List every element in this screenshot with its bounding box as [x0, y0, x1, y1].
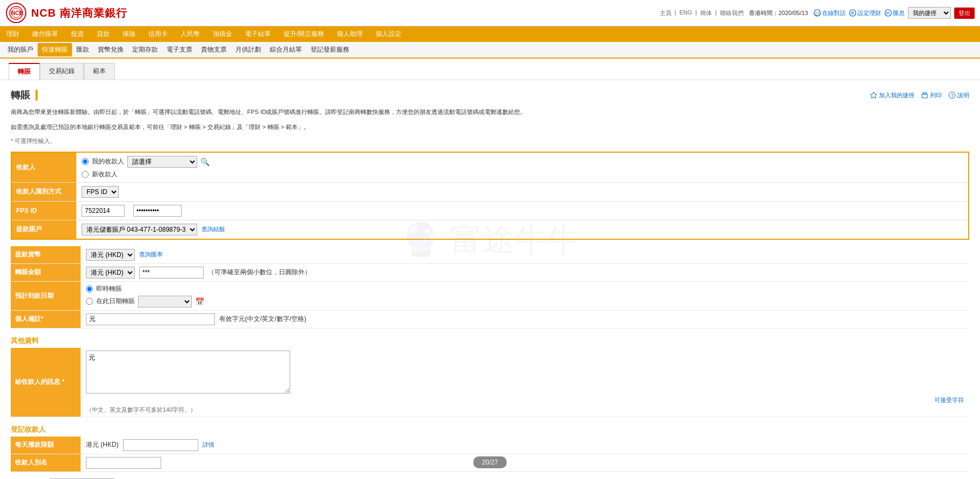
payee-row: 收款人 我的收款人 請選擇 🔍 新收款人 [12, 153, 968, 183]
nav-estatement[interactable]: 電子結單 [239, 26, 277, 42]
tab-area: 轉賬 交易紀錄 範本 [0, 59, 980, 80]
check-balance-link[interactable]: 查詢結餘 [201, 225, 225, 233]
link-simplified[interactable]: 簡体 [700, 9, 712, 17]
tabs: 轉賬 交易紀錄 範本 [9, 63, 971, 80]
help-icon: ? [948, 91, 956, 99]
payee-search-icon[interactable]: 🔍 [200, 158, 210, 166]
nav-personal-settings[interactable]: 個人設定 [369, 26, 408, 42]
new-payee-radio[interactable] [82, 171, 89, 178]
daily-limit-row: 每天撥款限額 港元 (HKD) 詳情 [11, 437, 969, 454]
nav-wealth[interactable]: 理財 [0, 26, 26, 42]
main-content: 轉賬 加入我的捷徑 列印 ? 說明 南商為您帶來更佳轉賬新體驗。由即日起，於「轉… [0, 80, 980, 479]
my-payee-label: 我的收款人 [92, 157, 124, 166]
subnav-remittance[interactable]: 匯款 [72, 43, 93, 56]
tab-history[interactable]: 交易紀錄 [40, 63, 84, 80]
payee-alias-cell [81, 454, 969, 471]
subnav-monthly-plan[interactable]: 月供計劃 [231, 43, 265, 56]
payee-id-type-select[interactable]: FPS ID [82, 186, 119, 198]
payee-alias-input[interactable] [86, 457, 161, 469]
payee-id-type-cell: FPS ID [76, 183, 968, 201]
nav-upgrade[interactable]: 提升/開立服務 [277, 26, 330, 42]
link-contact[interactable]: 聯絡我們 [720, 9, 744, 17]
nav-rmb[interactable]: 人民幣 [174, 26, 206, 42]
tab-template[interactable]: 範本 [84, 63, 115, 80]
tab-transfer[interactable]: 轉賬 [9, 63, 40, 80]
message-textarea[interactable]: 元 [86, 351, 290, 394]
settings-link[interactable]: ⚙ 設定理財 [849, 9, 881, 17]
help-link[interactable]: ? 說明 [948, 91, 969, 99]
subnav-echeque[interactable]: 電子支票 [162, 43, 197, 56]
nav-credit[interactable]: 信用卡 [142, 26, 174, 42]
shortcut-dropdown[interactable]: 我的捷徑 [908, 7, 951, 19]
payee-id-type-label: 收款人識別方式 [12, 183, 76, 201]
nav-personal-assistant[interactable]: 個人助理 [330, 26, 369, 42]
check-rate-link[interactable]: 查詢匯率 [139, 251, 163, 259]
info-text-2: 如需查詢及處理已預設的本地銀行轉賬交易及範本，可前往「理財 > 轉賬 > 交易紀… [11, 122, 969, 133]
subnav-my-accounts[interactable]: 我的賬戶 [3, 43, 38, 56]
daily-limit-cell: 港元 (HKD) 詳情 [81, 437, 969, 454]
expected-date-row: 預計到款日期 即時轉賬 在此日期轉賬 📅 [11, 282, 969, 311]
scheduled-radio[interactable] [86, 298, 93, 305]
info-text-1: 南商為您帶來更佳轉賬新體驗。由即日起，於「轉賬」可選擇以流動電話號碼、電郵地址、… [11, 107, 969, 118]
transfer-amount-cell: 港元 (HKD) （可準確至兩個小數位，日圓除外） [81, 264, 969, 281]
title-actions: 加入我的捷徑 列印 ? 說明 [870, 91, 969, 99]
payee-alias-label: 收款人別名 [11, 454, 81, 471]
link-home[interactable]: 主頁 [660, 9, 672, 17]
fps-id-cell [76, 202, 968, 220]
new-payee-label: 新收款人 [92, 170, 118, 179]
subnav-exchange[interactable]: 貨幣兌換 [93, 43, 128, 56]
transfer-currency-select[interactable]: 港元 (HKD) [86, 267, 135, 278]
payee-dropdown[interactable]: 請選擇 [127, 156, 197, 168]
page-indicator: 20/27 [473, 456, 507, 468]
calendar-icon[interactable]: 📅 [195, 297, 204, 306]
mail-link[interactable]: ✉ 匯息 [884, 9, 905, 17]
debit-account-select[interactable]: 港元儲蓄賬戶 043-477-1-089879-3 [82, 224, 197, 235]
fps-id-input[interactable] [82, 205, 125, 217]
logo-ncb: NCB 南洋商業銀行 [31, 7, 127, 19]
subnav-time-deposit[interactable]: 定期存款 [128, 43, 162, 56]
ncb-logo-icon: NCB [5, 2, 27, 24]
transfer-amount-row: 轉賬金額 港元 (HKD) （可準確至兩個小數位，日圓除外） [11, 264, 969, 282]
nav-invest[interactable]: 投資 [64, 26, 90, 42]
online-chat-link[interactable]: 💬 在線對話 [813, 9, 846, 17]
print-link[interactable]: 列印 [921, 91, 942, 99]
immediate-radio[interactable] [86, 285, 93, 292]
svg-text:✉: ✉ [886, 11, 890, 16]
svg-marker-9 [870, 92, 877, 98]
logout-button[interactable]: 登出 [954, 8, 975, 19]
add-shortcut-link[interactable]: 加入我的捷徑 [870, 91, 914, 99]
daily-limit-detail-link[interactable]: 詳情 [203, 441, 214, 449]
svg-text:💬: 💬 [815, 11, 820, 16]
svg-rect-10 [922, 94, 927, 98]
acceptable-chars-link[interactable]: 可接受字符 [934, 396, 964, 404]
nav-bill[interactable]: 繳付賬單 [26, 26, 64, 42]
subnav-monthly-statement[interactable]: 綜合月結單 [265, 43, 306, 56]
daily-limit-input[interactable] [123, 439, 198, 451]
print-icon [921, 91, 928, 99]
debit-account-cell: 港元儲蓄賬戶 043-477-1-089879-3 查詢結餘 [76, 220, 968, 239]
main-nav: 理財 繳付賬單 投資 貸款 保險 信用卡 人民幣 強積金 電子結單 提升/開立服… [0, 26, 980, 42]
daily-limit-currency: 港元 (HKD) [86, 440, 119, 449]
remark-input[interactable] [86, 313, 215, 325]
top-actions: 💬 在線對話 ⚙ 設定理財 ✉ 匯息 我的捷徑 登出 [813, 7, 975, 19]
expected-date-label: 預計到款日期 [11, 282, 81, 310]
nav-insurance[interactable]: 保險 [116, 26, 142, 42]
subnav-fast-transfer[interactable]: 快速轉賬 [38, 43, 72, 56]
link-eng[interactable]: ENG [679, 9, 692, 17]
debit-currency-row: 提款貨幣 港元 (HKD) 查詢匯率 [11, 246, 969, 264]
top-links[interactable]: 主頁 | ENG | 簡体 | 聯絡我們 [660, 9, 744, 17]
subnav-cashier-order[interactable]: 貴物支票 [197, 43, 231, 56]
my-payee-radio[interactable] [82, 158, 89, 165]
star-icon [870, 91, 877, 99]
sub-nav: 我的賬戶 快速轉賬 匯款 貨幣兌換 定期存款 電子支票 貴物支票 月供計劃 綜合… [0, 42, 980, 59]
gear-icon: ⚙ [849, 9, 856, 17]
debit-currency-cell: 港元 (HKD) 查詢匯率 [81, 246, 969, 263]
nav-loan[interactable]: 貸款 [90, 26, 116, 42]
transfer-amount-input[interactable] [139, 267, 204, 278]
nav-mpf[interactable]: 強積金 [206, 26, 239, 42]
subnav-payroll[interactable]: 登記發薪服務 [306, 43, 354, 56]
scheduled-date-select[interactable] [138, 296, 192, 308]
fps-password-input[interactable] [133, 205, 182, 217]
debit-currency-select[interactable]: 港元 (HKD) [86, 249, 135, 261]
page-title: 轉賬 [11, 89, 38, 102]
